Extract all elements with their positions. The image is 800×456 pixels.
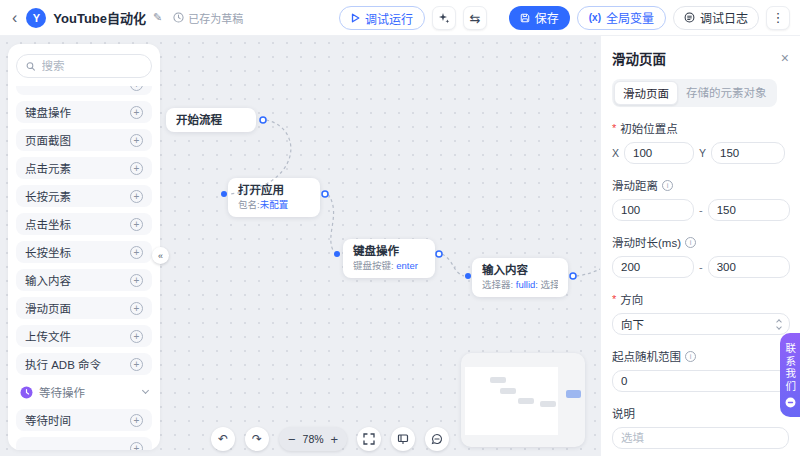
minimap-node bbox=[540, 401, 556, 407]
zoom-level: 78% bbox=[303, 433, 324, 445]
add-icon[interactable]: + bbox=[130, 218, 143, 231]
note-input[interactable] bbox=[612, 427, 789, 449]
wait-section-header[interactable]: 等待操作 bbox=[16, 381, 152, 403]
add-icon[interactable]: + bbox=[130, 134, 143, 147]
feedback-button[interactable] bbox=[425, 427, 449, 451]
node-subtitle-label: 包名: bbox=[238, 199, 260, 210]
node-open-app[interactable]: 打开应用 包名:未配置 bbox=[228, 178, 320, 217]
actions-sidebar: + 键盘操作+ 页面截图+ 点击元素+ 长按元素+ 点击坐标+ 长按坐标+ 输入… bbox=[8, 44, 160, 450]
direction-select[interactable]: 向下 bbox=[612, 313, 790, 335]
action-label: 输入内容 bbox=[25, 272, 71, 288]
fit-view-button[interactable] bbox=[357, 427, 381, 451]
random-range-input[interactable] bbox=[612, 370, 789, 392]
duration-max-input[interactable] bbox=[708, 256, 790, 278]
x-input[interactable] bbox=[624, 142, 694, 164]
minimap-panel-marker bbox=[566, 390, 581, 398]
close-icon[interactable]: × bbox=[781, 51, 789, 65]
y-input[interactable] bbox=[711, 142, 785, 164]
topbar-right: 保存 (x) 全局变量 调试日志 ⋮ bbox=[509, 6, 790, 30]
node-start-flow[interactable]: 开始流程 bbox=[166, 108, 256, 132]
magic-button[interactable] bbox=[432, 6, 456, 30]
label-text: 说明 bbox=[612, 405, 635, 421]
minimap-viewport bbox=[465, 367, 558, 435]
distance-max-input[interactable] bbox=[708, 199, 790, 221]
back-icon[interactable]: ‹ bbox=[10, 10, 19, 26]
node-keyboard[interactable]: 键盘操作 键盘按键: enter bbox=[343, 239, 435, 278]
distance-label: 滑动距离 i bbox=[612, 177, 789, 193]
action-label: 等待时间 bbox=[25, 412, 71, 428]
add-icon[interactable]: + bbox=[130, 106, 143, 119]
add-icon: + bbox=[130, 86, 143, 91]
action-item-longpress-coord[interactable]: 长按坐标+ bbox=[16, 241, 152, 263]
tab-stored-elements[interactable]: 存储的元素对象 bbox=[678, 81, 775, 105]
topbar-left: ‹ Y YouTube自动化 ✎ 已存为草稿 bbox=[10, 8, 243, 28]
action-item-keyboard[interactable]: 键盘操作+ bbox=[16, 101, 152, 123]
search-input[interactable] bbox=[42, 60, 142, 72]
wait-clock-icon bbox=[20, 386, 33, 399]
action-item-longpress-element[interactable]: 长按元素+ bbox=[16, 185, 152, 207]
topbar-center: 调试运行 ⇆ bbox=[339, 6, 487, 30]
node-config-panel: 滑动页面 × 滑动页面 存储的元素对象 * 初始位置点 X Y 滑动距离 i -… bbox=[600, 36, 800, 456]
distance-min-input[interactable] bbox=[612, 199, 694, 221]
zoom-in-button[interactable]: + bbox=[331, 433, 339, 446]
action-label: 长按元素 bbox=[25, 188, 71, 204]
layout-button[interactable] bbox=[391, 427, 415, 451]
add-icon[interactable]: + bbox=[130, 358, 143, 371]
add-icon[interactable]: + bbox=[130, 274, 143, 287]
action-label: 滑动页面 bbox=[25, 300, 71, 316]
action-list: + 键盘操作+ 页面截图+ 点击元素+ 长按元素+ 点击坐标+ 长按坐标+ 输入… bbox=[16, 86, 152, 450]
add-icon[interactable]: + bbox=[130, 162, 143, 175]
add-icon[interactable]: + bbox=[130, 190, 143, 203]
required-mark: * bbox=[612, 293, 616, 305]
edit-title-icon[interactable]: ✎ bbox=[153, 11, 162, 24]
action-item-screenshot[interactable]: 页面截图+ bbox=[16, 129, 152, 151]
add-icon[interactable]: + bbox=[130, 246, 143, 259]
action-label: 执行 ADB 命令 bbox=[25, 356, 101, 372]
action-item-click-element[interactable]: 点击元素+ bbox=[16, 157, 152, 179]
more-button[interactable]: ⋮ bbox=[766, 6, 790, 30]
debug-log-button[interactable]: 调试日志 bbox=[673, 6, 759, 30]
search-icon bbox=[26, 61, 36, 72]
action-label: 页面截图 bbox=[25, 132, 71, 148]
swap-button[interactable]: ⇆ bbox=[463, 6, 487, 30]
save-button[interactable]: 保存 bbox=[509, 6, 570, 30]
variable-icon: (x) bbox=[589, 12, 601, 23]
action-label: 点击元素 bbox=[25, 160, 71, 176]
debug-log-label: 调试日志 bbox=[700, 9, 748, 26]
add-icon[interactable]: + bbox=[130, 414, 143, 427]
global-vars-button[interactable]: (x) 全局变量 bbox=[577, 6, 666, 30]
action-label: 点击坐标 bbox=[25, 216, 71, 232]
node-input-content[interactable]: 输入内容 选择器: fullid: 选择器条件:... bbox=[472, 258, 568, 297]
tab-swipe-page[interactable]: 滑动页面 bbox=[614, 81, 678, 105]
zoom-out-button[interactable]: − bbox=[288, 433, 296, 446]
x-label: X bbox=[612, 147, 619, 159]
add-icon: + bbox=[130, 442, 143, 451]
action-item-swipe-page[interactable]: 滑动页面+ bbox=[16, 297, 152, 319]
minimap[interactable] bbox=[461, 353, 585, 447]
action-item[interactable]: + bbox=[16, 86, 152, 95]
app-window: ‹ Y YouTube自动化 ✎ 已存为草稿 调试运行 ⇆ bbox=[0, 0, 800, 456]
label-text: 滑动距离 bbox=[612, 177, 658, 193]
duration-min-input[interactable] bbox=[612, 256, 694, 278]
sidebar-collapse-button[interactable]: « bbox=[152, 247, 169, 264]
zoom-control: − 78% + bbox=[279, 427, 347, 451]
action-item-click-coord[interactable]: 点击坐标+ bbox=[16, 213, 152, 235]
action-item-upload-file[interactable]: 上传文件+ bbox=[16, 325, 152, 347]
node-subtitle-value: enter bbox=[396, 260, 418, 271]
note-label: 说明 bbox=[612, 405, 789, 421]
undo-button[interactable]: ↶ bbox=[211, 427, 235, 451]
search-box[interactable] bbox=[16, 54, 152, 78]
action-label: 上传文件 bbox=[25, 328, 71, 344]
action-item-adb[interactable]: 执行 ADB 命令+ bbox=[16, 353, 152, 375]
debug-run-button[interactable]: 调试运行 bbox=[339, 6, 425, 30]
contact-us-button[interactable]: 联系我们 bbox=[780, 333, 800, 417]
action-item-partial-bottom[interactable]: + bbox=[16, 437, 152, 450]
redo-button[interactable]: ↷ bbox=[245, 427, 269, 451]
action-item-input-content[interactable]: 输入内容+ bbox=[16, 269, 152, 291]
range-separator: - bbox=[699, 261, 703, 273]
select-arrows-icon bbox=[777, 320, 781, 329]
add-icon[interactable]: + bbox=[130, 330, 143, 343]
action-item-wait-time[interactable]: 等待时间+ bbox=[16, 409, 152, 431]
add-icon[interactable]: + bbox=[130, 302, 143, 315]
flow-canvas[interactable]: 开始流程 打开应用 包名:未配置 键盘操作 键盘按键: enter 输入内容 选… bbox=[0, 36, 600, 456]
